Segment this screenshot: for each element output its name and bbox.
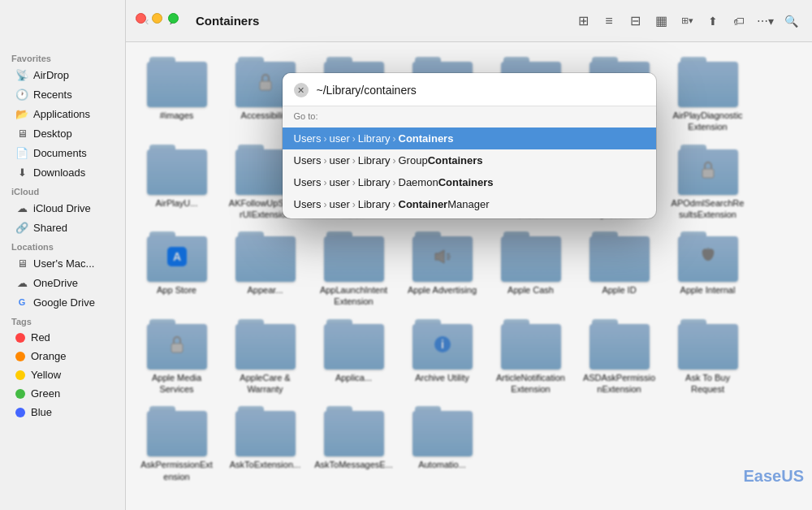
sidebar-item-onedrive[interactable]: ☁ OneDrive	[4, 274, 121, 292]
suggestion-item-group-containers[interactable]: Users › user › Library › Group Container…	[283, 149, 656, 171]
sidebar-item-users-mac[interactable]: 🖥 User's Mac...	[4, 254, 121, 272]
locations-section-label: Locations	[0, 237, 125, 253]
goto-label: Go to:	[283, 106, 656, 124]
goto-input[interactable]	[317, 84, 645, 97]
sidebar-item-tag-green[interactable]: Green	[4, 385, 121, 402]
recents-icon: 🕐	[15, 88, 28, 101]
desktop-icon: 🖥	[15, 127, 28, 140]
downloads-icon: ⬇	[15, 166, 28, 179]
icloud-drive-icon: ☁	[15, 201, 28, 214]
sidebar: Favorites 📡 AirDrop 🕐 Recents 📂 Applicat…	[0, 0, 126, 510]
green-tag-dot	[15, 389, 25, 399]
icloud-section-label: iCloud	[0, 182, 125, 198]
applications-icon: 📂	[15, 107, 28, 120]
suggestion-list: Users › user › Library › Containers User…	[283, 124, 656, 218]
blue-tag-dot	[15, 408, 25, 417]
suggestion-item-containers[interactable]: Users › user › Library › Containers	[283, 128, 656, 149]
dialog-close-button[interactable]: ✕	[294, 83, 309, 97]
sidebar-item-google-drive[interactable]: G Google Drive	[4, 293, 121, 311]
documents-icon: 📄	[15, 146, 28, 159]
sidebar-item-desktop[interactable]: 🖥 Desktop	[4, 124, 121, 142]
favorites-section-label: Favorites	[0, 49, 125, 65]
orange-tag-dot	[15, 352, 25, 361]
shared-icon: 🔗	[15, 221, 28, 234]
yellow-tag-dot	[15, 370, 25, 380]
sidebar-item-documents[interactable]: 📄 Documents	[4, 144, 121, 162]
sidebar-item-applications[interactable]: 📂 Applications	[4, 105, 121, 123]
tags-section-label: Tags	[0, 312, 125, 328]
dialog-header: ✕	[283, 73, 656, 106]
sidebar-item-shared[interactable]: 🔗 Shared	[4, 218, 121, 236]
sidebar-item-downloads[interactable]: ⬇ Downloads	[4, 163, 121, 181]
main-area: ‹ › Containers ⊞ ≡ ⊟ ▦ ⊞▾ ⬆ 🏷 ⋯▾ 🔍 #imag…	[126, 0, 812, 510]
sidebar-item-icloud-drive[interactable]: ☁ iCloud Drive	[4, 199, 121, 217]
goto-dialog-overlay: ✕ Go to: Users › user › Library › Contai…	[126, 0, 812, 510]
goto-dialog: ✕ Go to: Users › user › Library › Contai…	[283, 73, 656, 218]
airdrop-icon: 📡	[15, 68, 28, 81]
sidebar-item-tag-yellow[interactable]: Yellow	[4, 366, 121, 383]
sidebar-item-tag-red[interactable]: Red	[4, 329, 121, 346]
google-drive-icon: G	[15, 296, 28, 309]
sidebar-item-airdrop[interactable]: 📡 AirDrop	[4, 66, 121, 84]
red-tag-dot	[15, 333, 25, 343]
sidebar-item-tag-orange[interactable]: Orange	[4, 348, 121, 365]
suggestion-item-daemon-containers[interactable]: Users › user › Library › Daemon Containe…	[283, 171, 656, 193]
sidebar-item-tag-blue[interactable]: Blue	[4, 404, 121, 421]
sidebar-item-recents[interactable]: 🕐 Recents	[4, 85, 121, 103]
mac-icon: 🖥	[15, 257, 28, 270]
onedrive-icon: ☁	[15, 276, 28, 289]
suggestion-item-container-manager[interactable]: Users › user › Library › ContainerManage…	[283, 193, 656, 215]
